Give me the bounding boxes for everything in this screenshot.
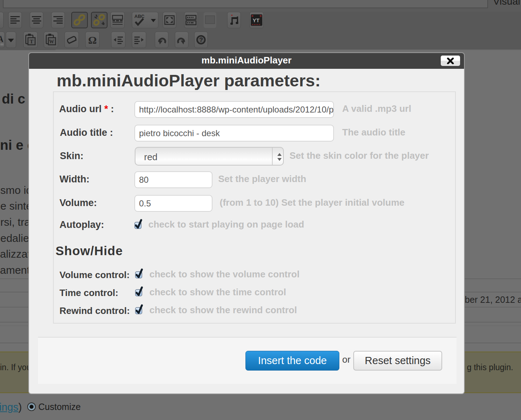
- svg-text:W: W: [49, 39, 54, 44]
- svg-text:ABC: ABC: [134, 14, 145, 19]
- svg-text:YT: YT: [253, 17, 259, 23]
- svg-text:Ω: Ω: [88, 34, 97, 46]
- svg-text:T: T: [30, 39, 33, 44]
- svg-text:?: ?: [199, 37, 203, 43]
- svg-text:A: A: [0, 34, 3, 44]
